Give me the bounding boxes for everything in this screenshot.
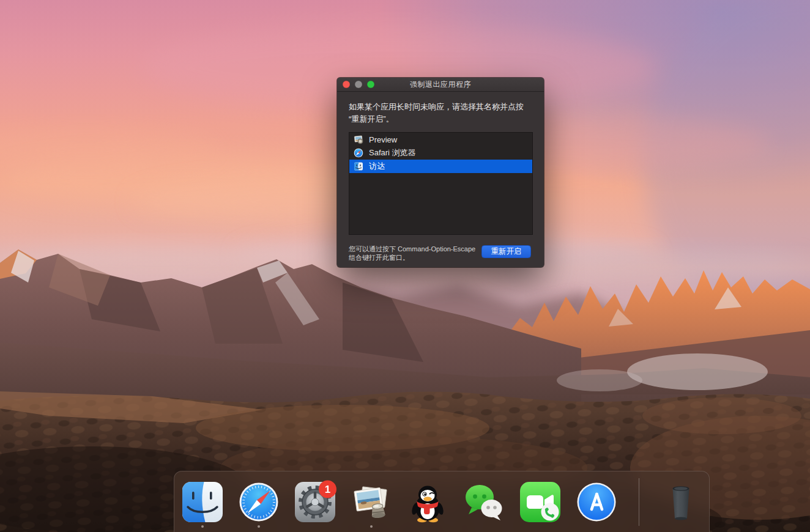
window-titlebar[interactable]: 强制退出应用程序 (337, 78, 544, 92)
running-indicator (370, 525, 373, 528)
preview-icon (351, 482, 392, 522)
shortcut-note-line1: 您可以通过按下 Command-Option-Escape (349, 245, 475, 253)
shortcut-note: 您可以通过按下 Command-Option-Escape 组合键打开此窗口。 (349, 245, 475, 262)
facetime-icon (520, 482, 560, 522)
window-footer: 您可以通过按下 Command-Option-Escape 组合键打开此窗口。 … (337, 235, 544, 262)
force-quit-window: 强制退出应用程序 如果某个应用长时间未响应，请选择其名称并点按“重新开启”。 P… (337, 78, 544, 267)
running-indicator (201, 525, 204, 528)
qq-icon (407, 482, 448, 522)
safari-mini-icon (354, 148, 363, 158)
app-row-safari[interactable]: Safari 浏览器 (349, 146, 532, 160)
app-store-icon (576, 482, 617, 522)
app-row-preview[interactable]: Preview (349, 133, 532, 146)
wechat-icon (464, 482, 504, 522)
dock-item-wechat[interactable] (456, 471, 512, 532)
safari-icon (239, 482, 279, 522)
finder-icon (182, 482, 223, 522)
zoom-button[interactable] (367, 81, 374, 88)
preview-mini-icon (354, 135, 363, 144)
traffic-lights (343, 78, 374, 91)
dock-item-system-preferences[interactable]: 1 (287, 471, 343, 532)
dock: 1 (174, 471, 710, 532)
dock-item-safari[interactable] (231, 471, 287, 532)
instruction-text: 如果某个应用长时间未响应，请选择其名称并点按“重新开启”。 (349, 101, 533, 125)
dock-separator (625, 471, 653, 532)
finder-mini-icon (354, 161, 363, 171)
app-label: Safari 浏览器 (369, 147, 416, 158)
app-row-finder[interactable]: 访达 (349, 160, 532, 173)
app-label: 访达 (369, 161, 385, 172)
dock-item-finder[interactable] (174, 471, 231, 532)
minimize-button (355, 81, 362, 88)
desktop: 强制退出应用程序 如果某个应用长时间未响应，请选择其名称并点按“重新开启”。 P… (0, 0, 810, 532)
trash-icon (661, 482, 701, 522)
running-indicator (258, 525, 260, 528)
notification-badge: 1 (319, 481, 336, 498)
app-list: Preview Safari 浏览器 (349, 132, 533, 235)
system-preferences-icon: 1 (295, 482, 335, 522)
dock-item-qq[interactable] (399, 471, 456, 532)
close-button[interactable] (343, 81, 350, 88)
dock-item-trash[interactable] (653, 471, 709, 532)
svg-text:1: 1 (325, 484, 330, 495)
dock-item-app-store[interactable] (568, 471, 625, 532)
window-title: 强制退出应用程序 (410, 79, 471, 90)
shortcut-note-line2: 组合键打开此窗口。 (349, 254, 409, 261)
app-label: Preview (369, 135, 397, 144)
relaunch-button[interactable]: 重新开启 (481, 245, 531, 258)
dock-item-facetime[interactable] (512, 471, 568, 532)
dock-item-preview[interactable] (343, 471, 399, 532)
